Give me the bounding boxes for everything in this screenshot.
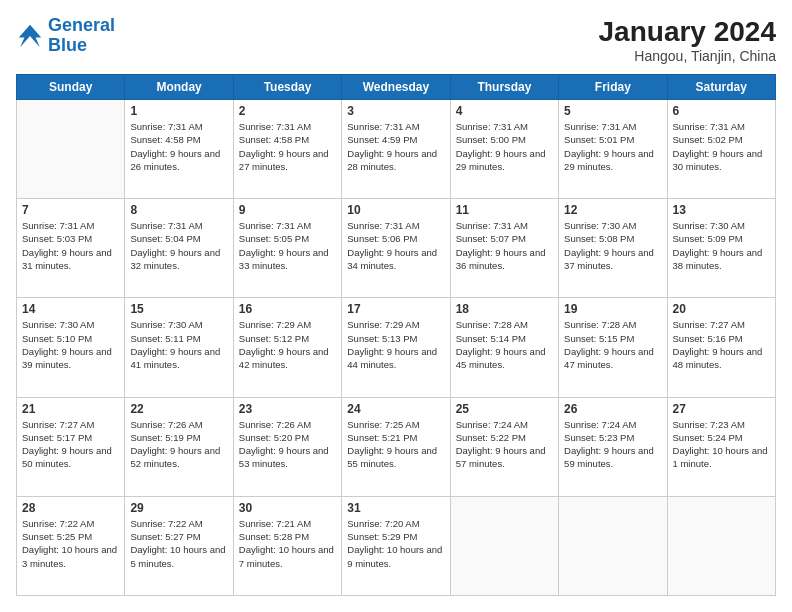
- week-row-1: 7Sunrise: 7:31 AM Sunset: 5:03 PM Daylig…: [17, 199, 776, 298]
- calendar-cell-2-5: 19Sunrise: 7:28 AM Sunset: 5:15 PM Dayli…: [559, 298, 667, 397]
- day-info-2-0: Sunrise: 7:30 AM Sunset: 5:10 PM Dayligh…: [22, 318, 119, 371]
- day-info-3-6: Sunrise: 7:23 AM Sunset: 5:24 PM Dayligh…: [673, 418, 770, 471]
- weekday-thursday: Thursday: [450, 75, 558, 100]
- calendar-cell-4-6: [667, 496, 775, 595]
- day-number-0-3: 3: [347, 104, 444, 118]
- day-info-4-1: Sunrise: 7:22 AM Sunset: 5:27 PM Dayligh…: [130, 517, 227, 570]
- day-info-1-2: Sunrise: 7:31 AM Sunset: 5:05 PM Dayligh…: [239, 219, 336, 272]
- day-number-2-0: 14: [22, 302, 119, 316]
- calendar-cell-4-0: 28Sunrise: 7:22 AM Sunset: 5:25 PM Dayli…: [17, 496, 125, 595]
- header: General Blue January 2024 Hangou, Tianji…: [16, 16, 776, 64]
- calendar-cell-0-3: 3Sunrise: 7:31 AM Sunset: 4:59 PM Daylig…: [342, 100, 450, 199]
- day-info-1-3: Sunrise: 7:31 AM Sunset: 5:06 PM Dayligh…: [347, 219, 444, 272]
- day-number-0-6: 6: [673, 104, 770, 118]
- calendar-title: January 2024: [599, 16, 776, 48]
- day-number-3-2: 23: [239, 402, 336, 416]
- calendar-cell-2-1: 15Sunrise: 7:30 AM Sunset: 5:11 PM Dayli…: [125, 298, 233, 397]
- calendar-cell-3-5: 26Sunrise: 7:24 AM Sunset: 5:23 PM Dayli…: [559, 397, 667, 496]
- day-info-2-6: Sunrise: 7:27 AM Sunset: 5:16 PM Dayligh…: [673, 318, 770, 371]
- calendar-cell-3-0: 21Sunrise: 7:27 AM Sunset: 5:17 PM Dayli…: [17, 397, 125, 496]
- calendar-cell-1-5: 12Sunrise: 7:30 AM Sunset: 5:08 PM Dayli…: [559, 199, 667, 298]
- day-info-3-4: Sunrise: 7:24 AM Sunset: 5:22 PM Dayligh…: [456, 418, 553, 471]
- day-number-3-1: 22: [130, 402, 227, 416]
- calendar-cell-0-2: 2Sunrise: 7:31 AM Sunset: 4:58 PM Daylig…: [233, 100, 341, 199]
- week-row-2: 14Sunrise: 7:30 AM Sunset: 5:10 PM Dayli…: [17, 298, 776, 397]
- calendar-subtitle: Hangou, Tianjin, China: [599, 48, 776, 64]
- day-number-0-2: 2: [239, 104, 336, 118]
- calendar-cell-1-1: 8Sunrise: 7:31 AM Sunset: 5:04 PM Daylig…: [125, 199, 233, 298]
- weekday-friday: Friday: [559, 75, 667, 100]
- calendar-cell-4-5: [559, 496, 667, 595]
- day-info-3-5: Sunrise: 7:24 AM Sunset: 5:23 PM Dayligh…: [564, 418, 661, 471]
- calendar-cell-1-4: 11Sunrise: 7:31 AM Sunset: 5:07 PM Dayli…: [450, 199, 558, 298]
- day-info-0-1: Sunrise: 7:31 AM Sunset: 4:58 PM Dayligh…: [130, 120, 227, 173]
- logo-line2: Blue: [48, 35, 87, 55]
- day-info-1-5: Sunrise: 7:30 AM Sunset: 5:08 PM Dayligh…: [564, 219, 661, 272]
- day-number-1-4: 11: [456, 203, 553, 217]
- day-number-3-4: 25: [456, 402, 553, 416]
- day-number-2-1: 15: [130, 302, 227, 316]
- day-number-0-1: 1: [130, 104, 227, 118]
- day-number-2-6: 20: [673, 302, 770, 316]
- title-block: January 2024 Hangou, Tianjin, China: [599, 16, 776, 64]
- calendar-cell-1-6: 13Sunrise: 7:30 AM Sunset: 5:09 PM Dayli…: [667, 199, 775, 298]
- weekday-saturday: Saturday: [667, 75, 775, 100]
- logo-text: General Blue: [48, 16, 115, 56]
- calendar-cell-1-2: 9Sunrise: 7:31 AM Sunset: 5:05 PM Daylig…: [233, 199, 341, 298]
- calendar-cell-4-2: 30Sunrise: 7:21 AM Sunset: 5:28 PM Dayli…: [233, 496, 341, 595]
- day-number-0-4: 4: [456, 104, 553, 118]
- day-info-2-3: Sunrise: 7:29 AM Sunset: 5:13 PM Dayligh…: [347, 318, 444, 371]
- day-info-2-1: Sunrise: 7:30 AM Sunset: 5:11 PM Dayligh…: [130, 318, 227, 371]
- weekday-monday: Monday: [125, 75, 233, 100]
- day-number-1-6: 13: [673, 203, 770, 217]
- day-info-4-0: Sunrise: 7:22 AM Sunset: 5:25 PM Dayligh…: [22, 517, 119, 570]
- day-info-3-2: Sunrise: 7:26 AM Sunset: 5:20 PM Dayligh…: [239, 418, 336, 471]
- svg-marker-0: [19, 25, 41, 47]
- day-info-2-2: Sunrise: 7:29 AM Sunset: 5:12 PM Dayligh…: [239, 318, 336, 371]
- week-row-0: 1Sunrise: 7:31 AM Sunset: 4:58 PM Daylig…: [17, 100, 776, 199]
- day-info-0-5: Sunrise: 7:31 AM Sunset: 5:01 PM Dayligh…: [564, 120, 661, 173]
- day-info-0-2: Sunrise: 7:31 AM Sunset: 4:58 PM Dayligh…: [239, 120, 336, 173]
- day-number-2-3: 17: [347, 302, 444, 316]
- calendar-cell-3-6: 27Sunrise: 7:23 AM Sunset: 5:24 PM Dayli…: [667, 397, 775, 496]
- day-info-2-5: Sunrise: 7:28 AM Sunset: 5:15 PM Dayligh…: [564, 318, 661, 371]
- day-info-0-4: Sunrise: 7:31 AM Sunset: 5:00 PM Dayligh…: [456, 120, 553, 173]
- day-number-2-5: 19: [564, 302, 661, 316]
- calendar-cell-3-2: 23Sunrise: 7:26 AM Sunset: 5:20 PM Dayli…: [233, 397, 341, 496]
- logo-icon: [16, 22, 44, 50]
- weekday-header-row: Sunday Monday Tuesday Wednesday Thursday…: [17, 75, 776, 100]
- day-number-1-1: 8: [130, 203, 227, 217]
- calendar-cell-4-3: 31Sunrise: 7:20 AM Sunset: 5:29 PM Dayli…: [342, 496, 450, 595]
- day-number-1-0: 7: [22, 203, 119, 217]
- calendar-cell-4-1: 29Sunrise: 7:22 AM Sunset: 5:27 PM Dayli…: [125, 496, 233, 595]
- calendar-cell-0-6: 6Sunrise: 7:31 AM Sunset: 5:02 PM Daylig…: [667, 100, 775, 199]
- calendar-cell-1-0: 7Sunrise: 7:31 AM Sunset: 5:03 PM Daylig…: [17, 199, 125, 298]
- logo: General Blue: [16, 16, 115, 56]
- day-number-3-3: 24: [347, 402, 444, 416]
- week-row-4: 28Sunrise: 7:22 AM Sunset: 5:25 PM Dayli…: [17, 496, 776, 595]
- calendar-cell-4-4: [450, 496, 558, 595]
- weekday-wednesday: Wednesday: [342, 75, 450, 100]
- calendar-cell-2-6: 20Sunrise: 7:27 AM Sunset: 5:16 PM Dayli…: [667, 298, 775, 397]
- calendar-cell-2-0: 14Sunrise: 7:30 AM Sunset: 5:10 PM Dayli…: [17, 298, 125, 397]
- day-number-4-1: 29: [130, 501, 227, 515]
- calendar-table: Sunday Monday Tuesday Wednesday Thursday…: [16, 74, 776, 596]
- day-number-4-2: 30: [239, 501, 336, 515]
- day-number-3-5: 26: [564, 402, 661, 416]
- day-number-4-0: 28: [22, 501, 119, 515]
- day-info-2-4: Sunrise: 7:28 AM Sunset: 5:14 PM Dayligh…: [456, 318, 553, 371]
- day-info-3-0: Sunrise: 7:27 AM Sunset: 5:17 PM Dayligh…: [22, 418, 119, 471]
- weekday-sunday: Sunday: [17, 75, 125, 100]
- day-info-4-2: Sunrise: 7:21 AM Sunset: 5:28 PM Dayligh…: [239, 517, 336, 570]
- day-number-1-3: 10: [347, 203, 444, 217]
- calendar-cell-3-1: 22Sunrise: 7:26 AM Sunset: 5:19 PM Dayli…: [125, 397, 233, 496]
- calendar-cell-3-4: 25Sunrise: 7:24 AM Sunset: 5:22 PM Dayli…: [450, 397, 558, 496]
- day-info-4-3: Sunrise: 7:20 AM Sunset: 5:29 PM Dayligh…: [347, 517, 444, 570]
- calendar-cell-0-4: 4Sunrise: 7:31 AM Sunset: 5:00 PM Daylig…: [450, 100, 558, 199]
- day-number-1-5: 12: [564, 203, 661, 217]
- day-info-1-4: Sunrise: 7:31 AM Sunset: 5:07 PM Dayligh…: [456, 219, 553, 272]
- weekday-tuesday: Tuesday: [233, 75, 341, 100]
- day-info-0-3: Sunrise: 7:31 AM Sunset: 4:59 PM Dayligh…: [347, 120, 444, 173]
- page: General Blue January 2024 Hangou, Tianji…: [0, 0, 792, 612]
- calendar-cell-0-0: [17, 100, 125, 199]
